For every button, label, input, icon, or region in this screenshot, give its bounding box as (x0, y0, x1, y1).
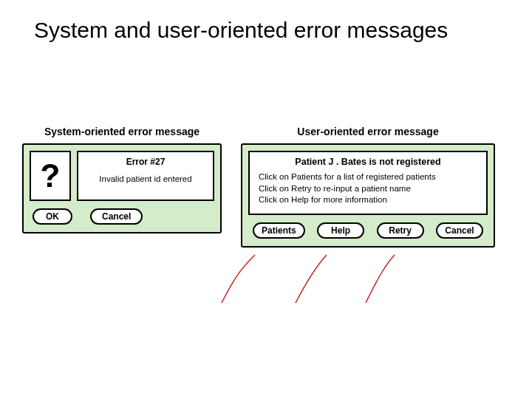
user-help-line: Click on Retry to re-input a patient nam… (259, 183, 477, 195)
user-button-row: Patients Help Retry Cancel (248, 221, 488, 240)
system-panel-label: System-oriented error message (44, 126, 200, 137)
retry-button[interactable]: Retry (377, 222, 424, 239)
user-error-title: Patient J . Bates is not registered (259, 157, 477, 167)
system-dialog-top: ? Error #27 Invalid patient id entered (30, 151, 214, 201)
help-button[interactable]: Help (317, 222, 364, 239)
panels-row: System-oriented error message ? Error #2… (22, 126, 510, 248)
page-title: System and user-oriented error messages (34, 18, 505, 43)
ok-button[interactable]: OK (33, 208, 72, 225)
system-error-body: Invalid patient id entered (99, 174, 191, 183)
patients-button[interactable]: Patients (253, 222, 305, 239)
annotation-scribbles (214, 251, 458, 318)
user-panel-label: User-oriented error message (297, 126, 438, 137)
system-button-row: OK Cancel (30, 207, 214, 226)
user-message-box: Patient J . Bates is not registered Clic… (248, 151, 488, 215)
system-panel: System-oriented error message ? Error #2… (22, 126, 222, 233)
cancel-button[interactable]: Cancel (436, 222, 483, 239)
cancel-button[interactable]: Cancel (90, 208, 143, 225)
user-panel: User-oriented error message Patient J . … (241, 126, 495, 248)
system-error-title: Error #27 (126, 157, 166, 167)
system-dialog: ? Error #27 Invalid patient id entered O… (22, 143, 222, 233)
slide: System and user-oriented error messages … (0, 0, 532, 399)
user-help-line: Click on Help for more information (259, 194, 477, 206)
question-mark-icon: ? (30, 151, 71, 201)
user-dialog: Patient J . Bates is not registered Clic… (241, 143, 495, 248)
user-help-line: Click on Patients for a list of register… (259, 171, 477, 183)
system-message-box: Error #27 Invalid patient id entered (77, 151, 214, 201)
